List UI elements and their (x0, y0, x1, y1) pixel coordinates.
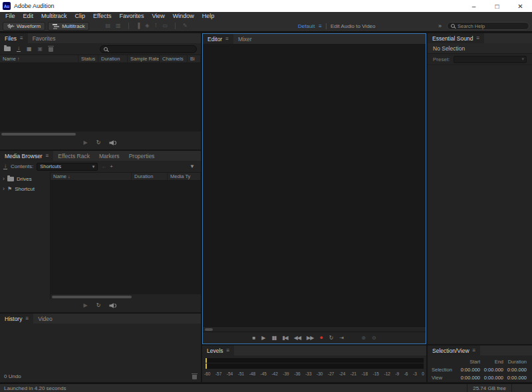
selection-end-value[interactable]: 0:00.000 (480, 367, 503, 373)
editor-canvas[interactable] (203, 44, 426, 326)
panel-menu-icon[interactable]: ≡ (25, 316, 29, 322)
zoom-out-icon[interactable]: ⊖ (372, 336, 376, 341)
paintbrush-tool-icon[interactable]: ✎ (183, 23, 188, 29)
tab-properties[interactable]: Properties (124, 151, 160, 161)
menu-item-file[interactable]: File (1, 12, 19, 21)
chevron-right-icon[interactable]: › (3, 176, 5, 182)
snap-icon[interactable]: ▤ (105, 23, 110, 29)
clear-history-trash-icon[interactable] (192, 375, 197, 379)
trash-icon[interactable] (49, 47, 53, 52)
tab-video[interactable]: Video (33, 314, 57, 324)
tab-media-browser[interactable]: Media Browser ≡ (0, 151, 53, 161)
panel-menu-icon[interactable]: ≡ (46, 153, 49, 159)
insert-into-multitrack-icon[interactable]: ▣ (38, 47, 43, 52)
record-button[interactable]: ● (319, 335, 323, 341)
preset-dropdown[interactable]: ▾ (454, 56, 527, 63)
column-sample-rate[interactable]: Sample Rate (128, 55, 160, 62)
tab-favorites[interactable]: Favorites (28, 33, 61, 43)
filter-icon[interactable]: ▼ (190, 164, 195, 169)
view-start-value[interactable]: 0:00.000 (457, 375, 480, 381)
menu-item-effects[interactable]: Effects (89, 12, 115, 21)
tab-files[interactable]: Files ≡ (0, 33, 28, 43)
slip-tool-icon[interactable]: ◈ (145, 23, 149, 29)
contents-dropdown[interactable]: Shortcuts ▾ (37, 163, 98, 171)
tab-mixer[interactable]: Mixer (233, 34, 257, 44)
tab-editor[interactable]: Editor ≡ (203, 34, 233, 44)
files-hscrollbar-thumb[interactable] (1, 133, 76, 136)
panel-menu-icon[interactable]: ≡ (20, 35, 23, 41)
import-file-icon[interactable]: ↓ (17, 46, 21, 52)
selection-start-value[interactable]: 0:00.000 (457, 367, 480, 373)
new-file-icon[interactable]: ▦ (27, 47, 32, 52)
workspace-default[interactable]: Default (298, 23, 315, 29)
more-workspaces-icon[interactable]: » (438, 23, 442, 29)
workspace-menu-icon[interactable]: ≡ (319, 23, 322, 29)
column-media-type[interactable]: Media Ty (168, 173, 201, 180)
multitrack-view-button[interactable]: Multitrack (48, 22, 89, 31)
menu-item-multitrack[interactable]: Multitrack (37, 12, 71, 21)
minimize-button[interactable]: – (462, 0, 485, 12)
waveform-view-button[interactable]: Waveform (3, 22, 45, 31)
menu-item-window[interactable]: Window (169, 12, 198, 21)
loop-playback-button[interactable]: ↻ (329, 336, 334, 341)
open-file-icon[interactable] (4, 47, 11, 51)
tab-history[interactable]: History ≡ (0, 314, 33, 324)
search-help-input[interactable] (458, 23, 525, 29)
history-list[interactable] (0, 324, 201, 370)
column-name[interactable]: Name ↑ (0, 55, 78, 62)
stop-button[interactable]: ■ (252, 336, 255, 341)
files-search-input[interactable] (110, 46, 193, 52)
media-list[interactable] (51, 181, 201, 294)
move-tool-icon[interactable]: ▐ (136, 23, 140, 29)
auto-play-speaker-icon[interactable] (109, 303, 117, 308)
media-hscrollbar-thumb[interactable] (52, 296, 132, 298)
auto-play-speaker-icon[interactable] (109, 140, 117, 146)
panel-menu-icon[interactable]: ≡ (473, 347, 476, 353)
files-list[interactable] (0, 63, 201, 132)
view-end-value[interactable]: 0:00.000 (480, 375, 503, 381)
tree-item-shortcut[interactable]: › ⚑ Shortcut (0, 184, 50, 194)
time-selection-tool-icon[interactable]: ⊺ (154, 23, 157, 29)
view-duration-value[interactable]: 0:00.000 (503, 375, 527, 381)
pause-button[interactable]: ▮▮ (271, 336, 276, 341)
panel-menu-icon[interactable]: ≡ (476, 35, 479, 41)
workspace-edit-audio-to-video[interactable]: Edit Audio to Video (331, 23, 375, 29)
tab-essential-sound[interactable]: Essential Sound ≡ (428, 33, 484, 43)
play-button[interactable]: ▶ (261, 336, 265, 341)
tab-effects-rack[interactable]: Effects Rack (53, 151, 94, 161)
column-name[interactable]: Name ↓ (51, 173, 132, 180)
menu-item-favorites[interactable]: Favorites (115, 12, 148, 21)
selection-duration-value[interactable]: 0:00.000 (503, 367, 527, 373)
skip-to-start-button[interactable]: ▮◀ (282, 336, 288, 341)
zoom-in-icon[interactable]: ⊕ (361, 336, 366, 341)
rewind-button[interactable]: ◀◀ (294, 336, 301, 341)
import-icon[interactable]: ↓ (3, 163, 7, 169)
menu-item-edit[interactable]: Edit (19, 12, 38, 21)
fast-forward-button[interactable]: ▶▶ (307, 336, 313, 341)
loop-playback-button[interactable]: ↻ (96, 140, 101, 146)
tab-markers[interactable]: Markers (94, 151, 124, 161)
maximize-button[interactable]: □ (485, 0, 509, 12)
column-duration[interactable]: Duration (132, 173, 168, 180)
panel-menu-icon[interactable]: ≡ (225, 36, 229, 42)
add-shortcut-icon[interactable]: + (110, 164, 113, 169)
tree-item-drives[interactable]: › Drives (0, 174, 50, 184)
column-bit-depth[interactable]: Bi (188, 55, 201, 62)
column-channels[interactable]: Channels (160, 55, 188, 62)
menu-item-view[interactable]: View (148, 12, 168, 21)
menu-item-help[interactable]: Help (198, 12, 219, 21)
play-button[interactable]: ▶ (84, 303, 88, 308)
column-status[interactable]: Status (78, 55, 98, 62)
skip-selection-button[interactable]: ⇥ (340, 336, 344, 341)
grid-icon[interactable]: ▥ (116, 23, 121, 29)
tab-selection-view[interactable]: Selection/View ≡ (428, 345, 480, 355)
menu-item-clip[interactable]: Clip (71, 12, 90, 21)
column-duration[interactable]: Duration (98, 55, 128, 62)
chevron-right-icon[interactable]: › (3, 186, 5, 192)
loop-playback-button[interactable]: ↻ (96, 303, 101, 308)
editor-hscrollbar-thumb[interactable] (205, 328, 213, 331)
back-icon[interactable]: ← (101, 164, 106, 169)
tab-levels[interactable]: Levels ≡ (202, 345, 234, 355)
play-button[interactable]: ▶ (84, 140, 88, 146)
close-button[interactable]: ✕ (509, 0, 532, 12)
